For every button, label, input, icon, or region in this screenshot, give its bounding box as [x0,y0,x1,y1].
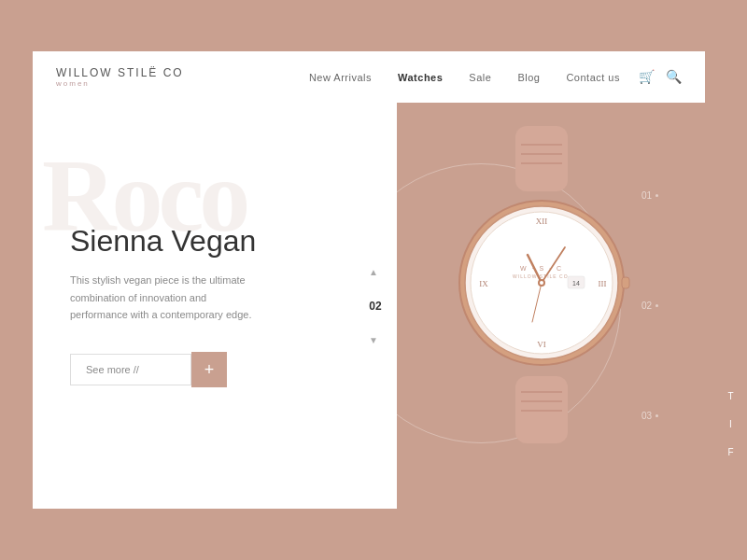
product-description: This stylish vegan piece is the ultimate… [70,272,266,324]
nav-new-arrivals[interactable]: New Arrivals [309,72,372,83]
search-icon[interactable]: 🔍 [666,69,682,85]
facebook-icon[interactable]: F [721,441,741,462]
svg-text:14: 14 [572,280,580,287]
svg-rect-20 [622,277,629,288]
nav-sale[interactable]: Sale [469,72,491,83]
svg-text:IX: IX [479,279,488,288]
cart-icon[interactable]: 🛒 [639,69,655,85]
brand-name: WILLOW STILË CO [56,66,184,79]
svg-text:XII: XII [536,217,548,226]
plus-button[interactable]: + [191,352,227,387]
slide-indicators: ▲ 02 ▼ [369,103,382,509]
svg-text:III: III [599,279,607,288]
brand-tagline: women [56,79,184,88]
arrow-up-icon: ▲ [369,267,378,277]
nav-links: New Arrivals Watches Sale Blog Contact u… [309,72,620,83]
current-slide: 02 [369,288,381,324]
nav-icons: 🛒 🔍 [639,69,682,85]
slide-number: 02 [369,300,381,313]
cta-row: + [70,352,359,387]
logo[interactable]: WILLOW STILË CO women [56,66,184,88]
nav-blog[interactable]: Blog [517,72,540,83]
svg-rect-21 [515,376,568,443]
indicator-down[interactable]: ▼ [369,324,382,357]
watch-image: XII III VI IX W · S · C WILLOW STILE CO.… [397,89,686,481]
page-background: WILLOW STILË CO women New Arrivals Watch… [0,0,747,560]
social-bar: T I F [714,51,747,509]
svg-text:W · S · C: W · S · C [520,265,563,272]
indicator-up[interactable]: ▲ [369,256,382,288]
nav-contact[interactable]: Contact us [566,72,620,83]
arrow-down-icon: ▼ [369,335,378,345]
navbar: WILLOW STILË CO women New Arrivals Watch… [33,51,705,103]
svg-rect-0 [515,126,568,191]
twitter-icon[interactable]: T [721,385,741,406]
watch-svg: XII III VI IX W · S · C WILLOW STILE CO.… [439,126,644,443]
hero-content: Sienna Vegan This stylish vegan piece is… [33,103,397,509]
see-more-input[interactable] [70,354,191,385]
instagram-icon[interactable]: I [721,413,741,434]
svg-text:WILLOW STILE CO.: WILLOW STILE CO. [513,273,571,279]
main-card: WILLOW STILË CO women New Arrivals Watch… [33,51,705,509]
svg-point-19 [540,281,543,285]
product-title: Sienna Vegan [70,224,359,259]
nav-watches[interactable]: Watches [398,72,443,83]
svg-text:VI: VI [537,340,546,349]
